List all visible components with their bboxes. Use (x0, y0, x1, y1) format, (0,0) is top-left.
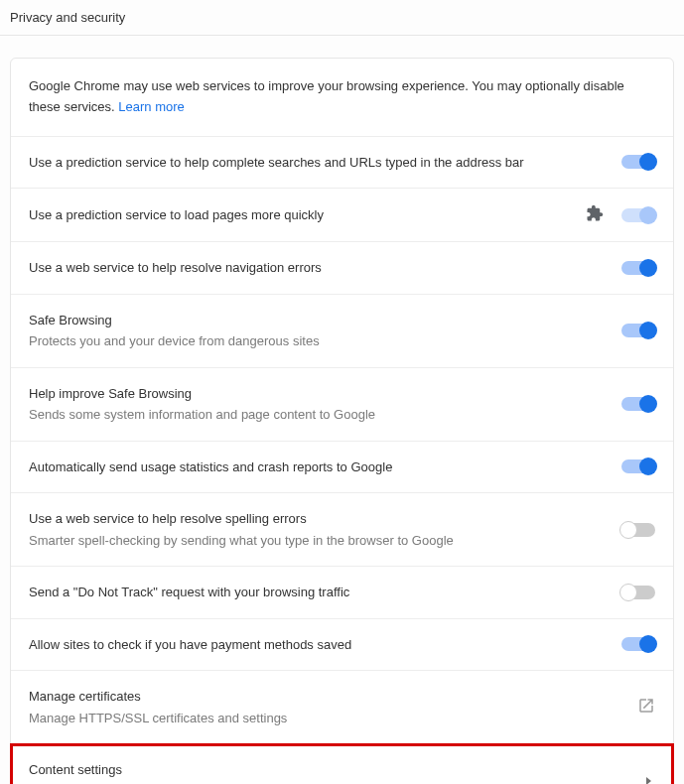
row-controls (621, 586, 655, 599)
row-title: Safe Browsing (29, 311, 621, 330)
toggle-prediction-search[interactable] (621, 155, 655, 169)
toggle-usage-stats[interactable] (621, 459, 655, 473)
row-controls (621, 324, 655, 337)
row-text: Allow sites to check if you have payment… (29, 635, 621, 655)
privacy-panel: Google Chrome may use web services to im… (10, 58, 674, 784)
row-text: Use a prediction service to help complet… (29, 153, 621, 173)
row-nav-errors: Use a web service to help resolve naviga… (11, 242, 673, 295)
toggle-nav-errors[interactable] (621, 261, 655, 275)
row-spelling: Use a web service to help resolve spelli… (11, 493, 673, 567)
extension-icon (586, 204, 604, 225)
intro-row: Google Chrome may use web services to im… (11, 59, 673, 137)
row-text: Use a web service to help resolve naviga… (29, 258, 621, 278)
row-controls (621, 155, 655, 169)
row-title: Help improve Safe Browsing (29, 384, 621, 404)
intro-text: Google Chrome may use web services to im… (29, 76, 655, 118)
toggle-spelling[interactable] (621, 523, 655, 537)
row-content-settings[interactable]: Content settings Control what informatio… (11, 744, 673, 784)
row-payment: Allow sites to check if you have payment… (11, 619, 673, 672)
row-title: Automatically send usage statistics and … (29, 457, 621, 477)
toggle-payment[interactable] (621, 637, 655, 651)
row-text: Manage certificates Manage HTTPS/SSL cer… (29, 687, 637, 727)
row-title: Manage certificates (29, 687, 637, 707)
row-sub: Sends some system information and page c… (29, 405, 621, 425)
row-controls (621, 261, 655, 275)
chevron-right-icon (646, 777, 651, 784)
toggle-prediction-pages[interactable] (621, 208, 655, 222)
toggle-safe-browsing[interactable] (621, 324, 655, 337)
learn-more-link[interactable]: Learn more (118, 99, 184, 114)
row-title: Send a "Do Not Track" request with your … (29, 583, 621, 602)
toggle-dnt[interactable] (621, 586, 655, 599)
row-title: Use a web service to help resolve naviga… (29, 258, 621, 278)
row-text: Send a "Do Not Track" request with your … (29, 583, 621, 602)
row-text: Safe Browsing Protects you and your devi… (29, 311, 621, 351)
row-prediction-pages: Use a prediction service to load pages m… (11, 189, 673, 242)
row-title: Use a prediction service to help complet… (29, 153, 621, 173)
row-controls (621, 459, 655, 473)
row-text: Help improve Safe Browsing Sends some sy… (29, 384, 621, 425)
row-controls (637, 697, 655, 718)
row-safe-browsing: Safe Browsing Protects you and your devi… (11, 295, 673, 368)
row-title: Allow sites to check if you have payment… (29, 635, 621, 655)
row-text: Content settings Control what informatio… (29, 760, 646, 784)
row-title: Content settings (29, 760, 646, 780)
row-text: Automatically send usage statistics and … (29, 457, 621, 477)
row-text: Use a prediction service to load pages m… (29, 205, 586, 225)
row-controls (621, 637, 655, 651)
toggle-help-safe-browsing[interactable] (621, 397, 655, 411)
row-prediction-search: Use a prediction service to help complet… (11, 137, 673, 190)
row-sub: Manage HTTPS/SSL certificates and settin… (29, 709, 637, 728)
row-help-safe-browsing: Help improve Safe Browsing Sends some sy… (11, 368, 673, 442)
launch-icon (637, 697, 655, 718)
row-controls (586, 204, 655, 225)
row-text: Use a web service to help resolve spelli… (29, 509, 621, 550)
row-dnt: Send a "Do Not Track" request with your … (11, 567, 673, 619)
row-controls (621, 523, 655, 537)
section-title: Privacy and security (10, 10, 674, 25)
section-header: Privacy and security (0, 0, 684, 36)
row-certificates[interactable]: Manage certificates Manage HTTPS/SSL cer… (11, 671, 673, 744)
row-sub: Protects you and your device from danger… (29, 331, 621, 351)
row-sub: Smarter spell-checking by sending what y… (29, 531, 621, 551)
row-title: Use a web service to help resolve spelli… (29, 509, 621, 529)
row-usage-stats: Automatically send usage statistics and … (11, 442, 673, 494)
row-title: Use a prediction service to load pages m… (29, 205, 586, 225)
row-controls (646, 777, 655, 784)
row-controls (621, 397, 655, 411)
